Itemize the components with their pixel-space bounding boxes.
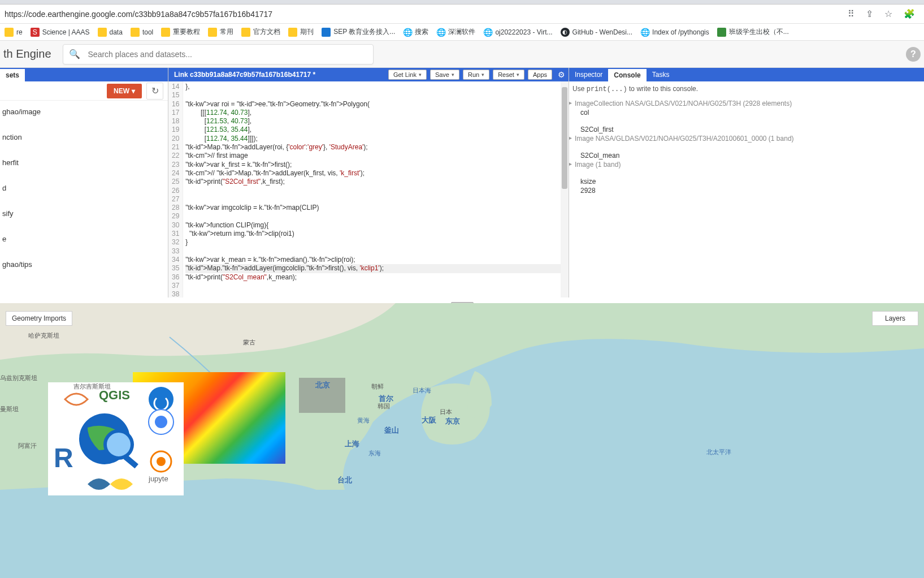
- geometry-imports-button[interactable]: Geometry Imports: [6, 311, 72, 326]
- asset-folder[interactable]: sify: [0, 206, 168, 221]
- get-link-button[interactable]: Get Link▾: [388, 70, 427, 80]
- console-text: 2928: [572, 186, 921, 195]
- assets-panel: sets NEW▾ ↻ ghao/imagenctionherfitdsifye…: [0, 68, 168, 297]
- code-editor[interactable]: 1415161718192021222324252627282930313233…: [168, 81, 569, 297]
- asset-folder[interactable]: d: [0, 180, 168, 196]
- search-input[interactable]: [88, 50, 367, 59]
- map-label: 黄海: [357, 416, 370, 425]
- console-object[interactable]: ImageCollection NASA/GLDAS/V021/NOAH/G02…: [572, 99, 921, 108]
- map-label: 曼斯坦: [0, 405, 19, 413]
- refresh-button[interactable]: ↻: [146, 83, 163, 100]
- tab-console[interactable]: Console: [608, 68, 646, 81]
- bookmark-item[interactable]: ◐GitHub - WenDesi...: [561, 28, 632, 37]
- svg-point-2: [149, 387, 173, 412]
- asset-folder[interactable]: ghao/image: [0, 104, 168, 119]
- bookmark-item[interactable]: tool: [131, 28, 153, 37]
- console-object[interactable]: Image NASA/GLDAS/V021/NOAH/G025/T3H/A201…: [572, 134, 921, 143]
- map-label: 大阪: [422, 415, 436, 425]
- puzzle-icon[interactable]: 🧩: [904, 8, 915, 19]
- map-label: 上海: [345, 439, 359, 449]
- blue-icon: [322, 28, 331, 37]
- map-label: 北太平洋: [706, 448, 731, 456]
- svg-rect-5: [124, 455, 138, 468]
- reset-button[interactable]: Reset▾: [493, 70, 524, 80]
- bookmarks-bar: reSScience | AAASdatatool重要教程常用官方文档期刊SEP…: [0, 24, 924, 41]
- folder-icon: [131, 28, 140, 37]
- tab-inspector[interactable]: Inspector: [569, 68, 608, 81]
- watermark-logos: QGIS R jupyte: [48, 382, 184, 495]
- bookmark-item[interactable]: 官方文档: [241, 27, 280, 37]
- map-label: 东海: [368, 449, 381, 458]
- bookmark-item[interactable]: 重要教程: [161, 27, 200, 37]
- folder-icon: [241, 28, 250, 37]
- folder-icon: [288, 28, 297, 37]
- bookmark-item[interactable]: SEP 教育业务接入...: [322, 27, 395, 37]
- asset-folder[interactable]: e: [0, 231, 168, 247]
- tab-assets[interactable]: sets: [0, 68, 25, 81]
- scroll-thumb[interactable]: [562, 87, 567, 189]
- map-label: 东京: [445, 416, 460, 426]
- folder-icon: [208, 28, 217, 37]
- bookmark-item[interactable]: 🌐Index of /pythongis: [640, 28, 709, 37]
- bookmark-item[interactable]: 🌐深澜软件: [436, 27, 475, 37]
- console-text: S2Col_mean: [572, 151, 921, 160]
- apps-button[interactable]: Apps: [528, 70, 552, 80]
- console-text: col: [572, 108, 921, 117]
- run-button[interactable]: Run▾: [463, 70, 489, 80]
- script-header: Link c33bb91a8a847c9b57fa167b16b41717 * …: [168, 68, 569, 81]
- svg-text:jupyte: jupyte: [148, 475, 168, 483]
- tab-tasks[interactable]: Tasks: [647, 68, 675, 81]
- red-icon: S: [31, 28, 40, 37]
- caret-down-icon: ▾: [132, 87, 135, 95]
- url-text[interactable]: https://code.earthengine.google.com/c33b…: [3, 10, 848, 19]
- map[interactable]: QGIS R jupyte 哈萨克斯坦蒙古乌兹别克斯坦吉尔吉斯斯坦曼斯坦阿富汗北…: [0, 303, 924, 578]
- bookmark-item[interactable]: data: [98, 28, 123, 37]
- new-button[interactable]: NEW▾: [107, 84, 142, 98]
- folder-icon: [98, 28, 107, 37]
- search-icon[interactable]: 🔍: [69, 49, 80, 59]
- map-label: 日本海: [413, 386, 431, 395]
- map-label: 哈萨克斯坦: [28, 331, 59, 340]
- gutter: 1415161718192021222324252627282930313233…: [168, 81, 183, 297]
- console-text: S2Col_first: [572, 125, 921, 134]
- url-bar: https://code.earthengine.google.com/c33b…: [0, 5, 924, 24]
- svg-point-8: [155, 416, 167, 428]
- folder-icon: [161, 28, 170, 37]
- globe-icon: 🌐: [436, 28, 445, 37]
- bookmark-item[interactable]: re: [5, 28, 23, 37]
- bookmark-item[interactable]: SScience | AAAS: [31, 28, 90, 37]
- bookmark-item[interactable]: 期刊: [288, 27, 314, 37]
- bookmark-item[interactable]: 🌐搜索: [403, 27, 428, 37]
- save-button[interactable]: Save▾: [430, 70, 459, 80]
- bookmark-item[interactable]: 🌐oj20222023 - Virt...: [483, 28, 552, 37]
- map-label: 吉尔吉斯斯坦: [73, 382, 111, 391]
- map-label: 乌兹别克斯坦: [0, 374, 37, 382]
- svg-text:R: R: [54, 443, 73, 473]
- map-label: 阿富汗: [18, 442, 37, 450]
- search-box[interactable]: 🔍: [63, 44, 374, 64]
- scrollbar-vertical[interactable]: [561, 81, 569, 297]
- gear-icon[interactable]: ⚙: [558, 70, 565, 79]
- translate-icon[interactable]: ⠿: [848, 8, 854, 19]
- globe-icon: 🌐: [403, 28, 412, 37]
- asset-folder[interactable]: nction: [0, 130, 168, 145]
- star-icon[interactable]: ☆: [884, 8, 892, 19]
- console-panel: Inspector Console Tasks Use print(...) t…: [569, 68, 924, 297]
- globe-icon: 🌐: [640, 28, 649, 37]
- layers-button[interactable]: Layers: [872, 311, 918, 326]
- ee-header: th Engine 🔍 ?: [0, 41, 924, 68]
- help-icon[interactable]: ?: [906, 47, 921, 62]
- bookmark-item[interactable]: 常用: [208, 27, 233, 37]
- svg-point-4: [105, 431, 132, 458]
- map-label: 釜山: [384, 425, 399, 435]
- bookmark-item[interactable]: 班级学生出校（不...: [717, 27, 789, 37]
- map-label: 北京: [315, 380, 330, 390]
- share-icon[interactable]: ⇪: [866, 8, 873, 19]
- asset-folder[interactable]: ghao/tips: [0, 257, 168, 272]
- map-label: 韩国: [378, 402, 390, 411]
- console-text: ksize: [572, 177, 921, 186]
- console-object[interactable]: Image (1 band): [572, 160, 921, 169]
- script-title: Link c33bb91a8a847c9b57fa167b16b41717 *: [174, 71, 385, 79]
- code-area[interactable]: }, "tk-kw">var roi = "tk-id">ee."tk-fn">…: [183, 81, 569, 297]
- asset-folder[interactable]: herfit: [0, 155, 168, 170]
